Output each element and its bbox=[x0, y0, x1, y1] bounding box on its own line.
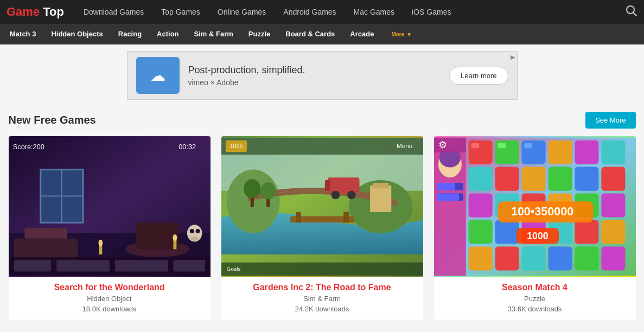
game-info-1: Search for the Wonderland Hidden Object … bbox=[9, 277, 211, 320]
game-thumbnail-3: 100•350000 1000 ⚙ bbox=[434, 136, 636, 277]
svg-rect-35 bbox=[324, 180, 330, 191]
section-title: New Free Games bbox=[9, 114, 96, 126]
svg-rect-55 bbox=[436, 183, 455, 190]
site-logo[interactable]: Game Top bbox=[7, 5, 64, 19]
svg-point-17 bbox=[189, 229, 194, 233]
svg-point-15 bbox=[173, 234, 177, 241]
svg-point-36 bbox=[331, 191, 340, 200]
svg-rect-67 bbox=[468, 167, 492, 191]
nav-top-games[interactable]: Top Games bbox=[152, 0, 209, 24]
svg-rect-78 bbox=[601, 194, 625, 218]
games-grid: Score:200 00:32 Search for the Wonderlan… bbox=[9, 136, 636, 320]
svg-rect-57 bbox=[436, 194, 458, 201]
svg-rect-70 bbox=[548, 167, 572, 191]
game-thumbnail-2: 1025 Menu Goals bbox=[221, 136, 423, 277]
svg-rect-48 bbox=[221, 263, 423, 276]
svg-rect-65 bbox=[498, 143, 506, 149]
svg-text:1025: 1025 bbox=[229, 143, 243, 149]
chevron-down-icon: ▼ bbox=[406, 31, 412, 37]
cat-hidden-objects[interactable]: Hidden Objects bbox=[43, 24, 110, 44]
svg-rect-79 bbox=[468, 220, 492, 244]
svg-rect-43 bbox=[373, 183, 388, 188]
nav-mac-games[interactable]: Mac Games bbox=[345, 0, 403, 24]
nav-online-games[interactable]: Online Games bbox=[209, 0, 275, 24]
svg-rect-88 bbox=[548, 246, 572, 270]
svg-point-41 bbox=[260, 182, 275, 199]
svg-text:Menu: Menu bbox=[397, 142, 412, 149]
game-thumbnail-1: Score:200 00:32 bbox=[9, 136, 211, 277]
top-nav-links: Download Games Top Games Online Games An… bbox=[75, 0, 626, 24]
svg-rect-9 bbox=[24, 228, 67, 239]
svg-point-19 bbox=[190, 237, 199, 241]
game-title-3[interactable]: Season Match 4 bbox=[441, 283, 629, 292]
game-category-1: Hidden Object bbox=[15, 295, 204, 303]
cat-puzzle[interactable]: Puzzle bbox=[241, 24, 278, 44]
svg-text:00:32: 00:32 bbox=[178, 143, 196, 151]
section-header: New Free Games See More bbox=[9, 112, 636, 129]
ad-corner-label: ▶ bbox=[511, 54, 515, 61]
cat-more[interactable]: More ▼ bbox=[381, 31, 419, 37]
ad-learn-more-button[interactable]: Learn more bbox=[449, 67, 508, 85]
svg-rect-87 bbox=[521, 246, 545, 270]
ad-text: Post-production, simplified. vimeo × Ado… bbox=[188, 65, 441, 87]
cat-sim-farm[interactable]: Sim & Farm bbox=[187, 24, 241, 44]
logo-top: Top bbox=[43, 5, 64, 19]
svg-rect-11 bbox=[136, 222, 178, 249]
svg-rect-71 bbox=[575, 167, 598, 191]
svg-text:100•350000: 100•350000 bbox=[511, 205, 573, 218]
game-info-2: Gardens Inc 2: The Road to Fame Sim & Fa… bbox=[221, 277, 423, 320]
game-card-3[interactable]: 100•350000 1000 ⚙ Season Match 4 Puzzle … bbox=[434, 136, 636, 320]
cat-racing[interactable]: Racing bbox=[111, 24, 149, 44]
game-downloads-2: 24.2K downloads bbox=[228, 305, 417, 313]
svg-rect-44 bbox=[221, 138, 423, 155]
svg-rect-61 bbox=[548, 141, 572, 164]
svg-rect-26 bbox=[173, 260, 205, 272]
search-icon[interactable] bbox=[626, 5, 637, 20]
ad-thumbnail: ☁ bbox=[136, 57, 180, 94]
svg-text:Goals: Goals bbox=[226, 266, 240, 272]
cat-board-cards[interactable]: Board & Cards bbox=[278, 24, 342, 44]
svg-rect-42 bbox=[370, 186, 391, 212]
main-content: New Free Games See More bbox=[2, 106, 642, 325]
svg-rect-64 bbox=[471, 143, 479, 149]
svg-rect-69 bbox=[521, 167, 545, 191]
game-info-3: Season Match 4 Puzzle 33.6K downloads bbox=[434, 277, 636, 320]
nav-download-games[interactable]: Download Games bbox=[75, 0, 152, 24]
svg-rect-33 bbox=[343, 212, 349, 223]
game-title-2[interactable]: Gardens Inc 2: The Road to Fame bbox=[228, 283, 417, 292]
svg-rect-73 bbox=[468, 194, 492, 218]
svg-rect-84 bbox=[601, 220, 625, 244]
svg-line-1 bbox=[633, 12, 636, 16]
category-navigation: Match 3 Hidden Objects Racing Action Sim… bbox=[0, 24, 644, 44]
svg-rect-86 bbox=[495, 246, 519, 270]
svg-rect-66 bbox=[524, 143, 532, 149]
game-card-2[interactable]: 1025 Menu Goals Gardens Inc 2: The Road … bbox=[221, 136, 423, 320]
game-downloads-3: 33.6K downloads bbox=[441, 305, 629, 313]
svg-rect-24 bbox=[56, 260, 110, 272]
game-title-1[interactable]: Search for the Wonderland bbox=[15, 283, 204, 292]
svg-rect-62 bbox=[575, 141, 598, 164]
top-navigation: Game Top Download Games Top Games Online… bbox=[0, 0, 644, 24]
svg-point-13 bbox=[98, 240, 103, 246]
see-more-button[interactable]: See More bbox=[585, 112, 635, 129]
nav-android-games[interactable]: Android Games bbox=[275, 0, 345, 24]
svg-rect-63 bbox=[601, 141, 625, 164]
cat-match3[interactable]: Match 3 bbox=[2, 24, 43, 44]
svg-rect-23 bbox=[14, 260, 51, 272]
cat-action[interactable]: Action bbox=[149, 24, 186, 44]
logo-game: Game bbox=[7, 5, 40, 19]
game-category-2: Sim & Farm bbox=[228, 295, 417, 303]
ad-headline: Post-production, simplified. bbox=[188, 65, 441, 76]
svg-rect-34 bbox=[327, 177, 359, 193]
ad-cloud-icon: ☁ bbox=[150, 67, 165, 85]
svg-text:⚙: ⚙ bbox=[438, 139, 447, 150]
game-category-3: Puzzle bbox=[441, 295, 629, 303]
svg-rect-85 bbox=[468, 246, 492, 270]
game-downloads-1: 18.0K downloads bbox=[15, 305, 204, 313]
game-card-1[interactable]: Score:200 00:32 Search for the Wonderlan… bbox=[9, 136, 211, 320]
cat-arcade[interactable]: Arcade bbox=[342, 24, 381, 44]
svg-point-37 bbox=[347, 191, 356, 200]
svg-text:Score:200: Score:200 bbox=[12, 143, 44, 151]
svg-point-39 bbox=[244, 179, 260, 198]
nav-ios-games[interactable]: iOS Games bbox=[403, 0, 460, 24]
